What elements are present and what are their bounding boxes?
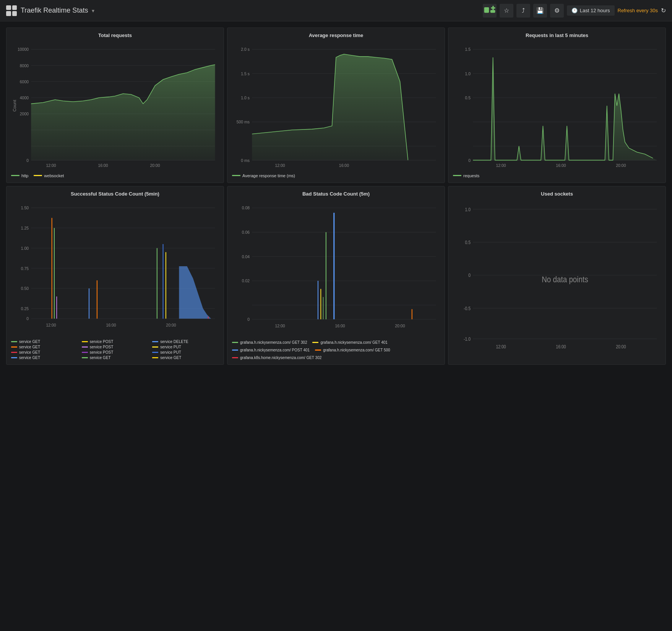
svg-rect-0 xyxy=(484,7,489,13)
panel-requests-5min: Requests in last 5 minutes 1.5 1.0 0.5 0… xyxy=(448,28,666,183)
save-button[interactable]: 💾 xyxy=(533,4,547,18)
legend-item-svc-get-6: service GET xyxy=(152,356,219,360)
legend-label-requests: requests xyxy=(463,173,479,178)
legend-color-requests xyxy=(453,175,461,176)
legend-total-requests: http websocket xyxy=(11,173,219,178)
legend-item-svc-get-4: service GET xyxy=(11,356,78,360)
svg-text:12:00: 12:00 xyxy=(275,163,285,168)
legend-item-avg-response: Average response time (ms) xyxy=(232,173,295,178)
http-area xyxy=(31,65,215,160)
svg-text:0.5: 0.5 xyxy=(465,240,471,245)
legend-label-http: http xyxy=(21,173,28,178)
add-panel-button[interactable] xyxy=(483,4,497,18)
svg-rect-1 xyxy=(490,10,495,13)
star-icon: ☆ xyxy=(504,7,509,14)
panel-successful-status: Successful Status Code Count (5min) 1.50… xyxy=(6,186,224,365)
svg-text:8000: 8000 xyxy=(20,63,29,68)
share-button[interactable]: ⤴ xyxy=(516,4,530,18)
svg-text:4000: 4000 xyxy=(20,95,29,100)
svg-text:12:00: 12:00 xyxy=(275,324,285,328)
panel-title-bad: Bad Status Code Count (5m) xyxy=(232,191,440,197)
chart-svg-requests-5min: 1.5 1.0 0.5 0 12:00 16:00 20:00 xyxy=(453,41,661,170)
settings-icon: ⚙ xyxy=(554,7,560,14)
legend-item-svc-get-1: service GET xyxy=(11,340,78,344)
svg-text:1.0: 1.0 xyxy=(465,207,471,212)
chart-svg-total-requests: 10000 8000 6000 4000 2000 0 Count 12:00 … xyxy=(11,41,219,170)
svg-text:0 ms: 0 ms xyxy=(241,158,250,163)
star-button[interactable]: ☆ xyxy=(500,4,513,18)
legend-item-svc-post-1: service POST xyxy=(82,340,149,344)
legend-color-avg-response xyxy=(232,175,240,176)
blue-area xyxy=(179,266,211,319)
svg-text:20:00: 20:00 xyxy=(616,344,626,349)
svg-text:16:00: 16:00 xyxy=(98,163,108,168)
logo-cell-4 xyxy=(12,11,17,16)
chart-requests-5min: 1.5 1.0 0.5 0 12:00 16:00 20:00 xyxy=(453,41,661,170)
refresh-button[interactable]: ↻ xyxy=(661,7,666,14)
svg-text:12:00: 12:00 xyxy=(496,344,506,349)
legend-item-svc-get-5: service GET xyxy=(82,356,149,360)
svg-text:Count: Count xyxy=(12,100,17,112)
svg-text:16:00: 16:00 xyxy=(335,324,345,328)
svg-text:16:00: 16:00 xyxy=(339,163,349,168)
legend-item-requests: requests xyxy=(453,173,479,178)
legend-item-svc-delete: service DELETE xyxy=(152,340,219,344)
svg-text:20:00: 20:00 xyxy=(616,163,626,168)
chart-svg-avg-response: 2.0 s 1.5 s 1.0 s 500 ms 0 ms 12:00 16:0… xyxy=(232,41,440,170)
svg-text:0.50: 0.50 xyxy=(21,286,29,291)
svg-text:0: 0 xyxy=(468,158,471,163)
chart-bad-status: 0.08 0.06 0.04 0.02 0 12:00 16:00 20:00 xyxy=(232,200,440,338)
chart-avg-response-time: 2.0 s 1.5 s 1.0 s 500 ms 0 ms 12:00 16:0… xyxy=(232,41,440,170)
legend-item-svc-put-2: service PUT xyxy=(152,350,219,354)
svg-text:500 ms: 500 ms xyxy=(237,120,250,124)
dropdown-icon[interactable]: ▾ xyxy=(92,8,94,14)
svg-text:1.0: 1.0 xyxy=(465,71,471,76)
svg-text:10000: 10000 xyxy=(18,47,29,52)
svg-text:12:00: 12:00 xyxy=(496,163,506,168)
topbar: Traefik Realtime Stats ▾ ☆ ⤴ 💾 ⚙ 🕐 Last … xyxy=(0,0,672,21)
logo-cell-1 xyxy=(6,5,11,10)
clock-icon: 🕐 xyxy=(571,8,578,13)
time-range-picker[interactable]: 🕐 Last 12 hours xyxy=(567,5,615,16)
legend-color-http xyxy=(11,175,19,176)
panel-bad-status: Bad Status Code Count (5m) 0.08 0.06 0.0… xyxy=(227,186,445,365)
legend-successful-status: service GET service POST service DELETE … xyxy=(11,340,219,360)
legend-item-svc-put-1: service PUT xyxy=(152,345,219,349)
settings-button[interactable]: ⚙ xyxy=(550,4,564,18)
legend-item-bad-4: grafana.h.nickysemenza.com/ GET 500 xyxy=(315,348,390,352)
svg-text:0.06: 0.06 xyxy=(242,230,250,235)
main-content: Total requests 10000 8000 6000 40 xyxy=(0,21,672,371)
app-logo: Traefik Realtime Stats ▾ xyxy=(6,5,94,16)
refresh-rate-label[interactable]: Refresh every 30s xyxy=(618,8,658,13)
legend-item-svc-post-3: service POST xyxy=(82,350,149,354)
logo-cell-3 xyxy=(6,11,11,16)
chart-used-sockets: 1.0 0.5 0 -0.5 -1.0 12:00 16:00 20:00 No… xyxy=(453,200,661,360)
panel-title-avg-response: Average response time xyxy=(232,32,440,38)
chart-svg-successful: 1.50 1.25 1.00 0.75 0.50 0.25 0 12:00 16… xyxy=(11,200,219,337)
legend-label-avg-response: Average response time (ms) xyxy=(242,173,295,178)
time-range-label: Last 12 hours xyxy=(580,8,610,13)
legend-item-websocket: websocket xyxy=(34,173,64,178)
requests5m-area xyxy=(473,57,657,160)
legend-item-bad-3: grafana.h.nickysemenza.com/ POST 401 xyxy=(232,348,310,352)
svg-text:0: 0 xyxy=(26,316,29,321)
svg-text:2.0 s: 2.0 s xyxy=(241,47,250,52)
svg-text:12:00: 12:00 xyxy=(46,323,56,327)
panel-used-sockets: Used sockets 1.0 0.5 0 -0.5 -1.0 12:00 1… xyxy=(448,186,666,365)
response-area xyxy=(252,54,436,160)
save-icon: 💾 xyxy=(536,7,544,14)
svg-text:0.75: 0.75 xyxy=(21,266,29,270)
svg-text:16:00: 16:00 xyxy=(106,323,116,327)
svg-text:20:00: 20:00 xyxy=(150,163,160,168)
svg-text:1.0 s: 1.0 s xyxy=(241,95,250,100)
svg-text:0.08: 0.08 xyxy=(242,205,250,210)
panel-title-sockets: Used sockets xyxy=(453,191,661,197)
panel-title-successful: Successful Status Code Count (5min) xyxy=(11,191,219,197)
svg-text:0.5: 0.5 xyxy=(465,95,471,100)
legend-color-websocket xyxy=(34,175,42,176)
legend-item-bad-5: grafana.k8s.home.nickysemenza.com/ GET 3… xyxy=(232,356,321,360)
svg-text:0: 0 xyxy=(468,273,471,278)
legend-bad-status: grafana.h.nickysemenza.com/ GET 302 graf… xyxy=(232,340,440,360)
svg-text:1.25: 1.25 xyxy=(21,226,29,230)
svg-text:0.04: 0.04 xyxy=(242,254,250,259)
